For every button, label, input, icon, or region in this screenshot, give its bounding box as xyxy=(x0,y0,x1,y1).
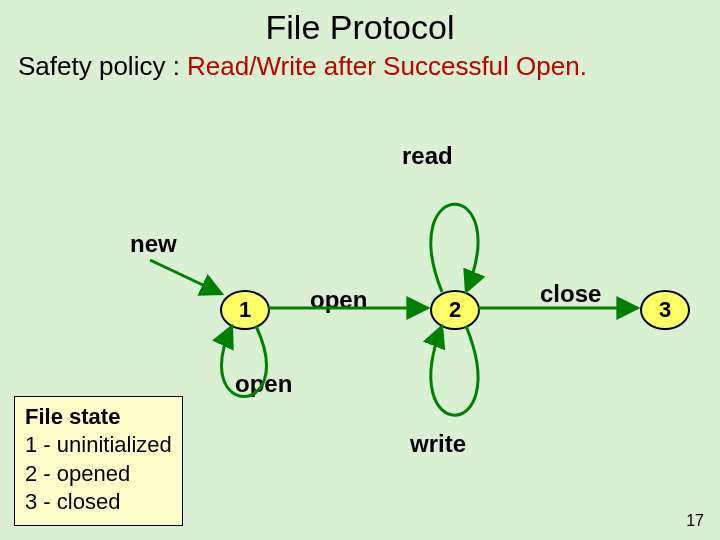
label-write: write xyxy=(410,430,466,458)
state-1: 1 xyxy=(220,290,270,330)
safety-policy-line: Safety policy : Read/Write after Success… xyxy=(0,47,720,82)
legend-line-2: 2 - opened xyxy=(25,460,172,489)
state-2: 2 xyxy=(430,290,480,330)
policy-prefix: Safety policy : xyxy=(18,51,187,81)
label-open-bottom: open xyxy=(235,370,292,398)
legend-box: File state 1 - uninitialized 2 - opened … xyxy=(14,396,183,526)
legend-line-3: 3 - closed xyxy=(25,488,172,517)
slide-number: 17 xyxy=(686,512,704,530)
slide-title: File Protocol xyxy=(0,0,720,47)
label-open-top: open xyxy=(310,286,367,314)
legend-line-1: 1 - uninitialized xyxy=(25,431,172,460)
policy-highlight: Read/Write after Successful Open. xyxy=(187,51,587,81)
state-3: 3 xyxy=(640,290,690,330)
legend-heading: File state xyxy=(25,403,172,432)
label-new: new xyxy=(130,230,177,258)
label-close: close xyxy=(540,280,601,308)
label-read: read xyxy=(402,142,453,170)
